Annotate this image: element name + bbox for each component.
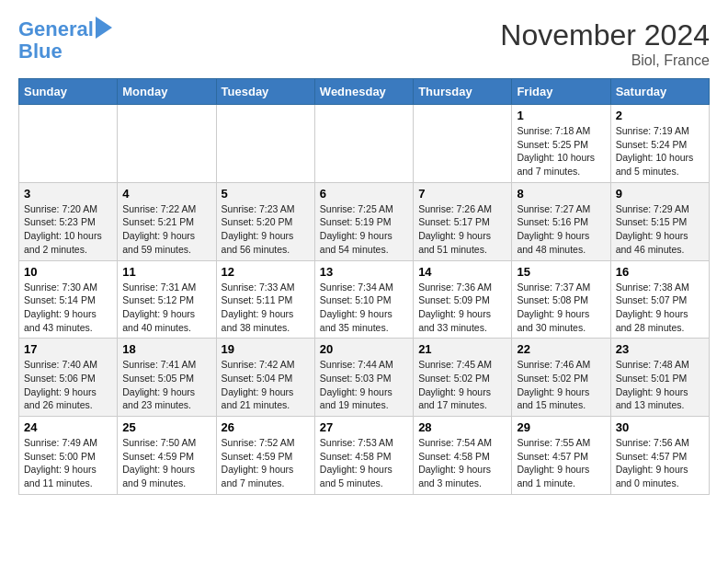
calendar-day-cell — [216, 105, 314, 183]
calendar-table: SundayMondayTuesdayWednesdayThursdayFrid… — [18, 78, 710, 495]
day-number: 25 — [122, 420, 210, 434]
day-info: Sunrise: 7:36 AMSunset: 5:09 PMDaylight:… — [418, 281, 506, 335]
calendar-day-cell: 27Sunrise: 7:53 AMSunset: 4:58 PMDayligh… — [314, 417, 413, 495]
day-info: Sunrise: 7:19 AMSunset: 5:24 PMDaylight:… — [616, 124, 704, 178]
calendar-day-cell: 26Sunrise: 7:52 AMSunset: 4:59 PMDayligh… — [216, 417, 314, 495]
day-info: Sunrise: 7:55 AMSunset: 4:57 PMDaylight:… — [517, 436, 605, 490]
day-info: Sunrise: 7:25 AMSunset: 5:19 PMDaylight:… — [320, 202, 408, 257]
calendar-day-cell: 19Sunrise: 7:42 AMSunset: 5:04 PMDayligh… — [216, 339, 314, 417]
weekday-header-cell: Sunday — [19, 79, 118, 105]
calendar-day-cell — [19, 105, 118, 183]
day-number: 7 — [418, 187, 506, 201]
day-number: 11 — [122, 265, 210, 279]
day-info: Sunrise: 7:56 AMSunset: 4:57 PMDaylight:… — [616, 436, 704, 490]
day-number: 14 — [418, 265, 506, 279]
calendar-week-row: 17Sunrise: 7:40 AMSunset: 5:06 PMDayligh… — [19, 339, 710, 417]
day-info: Sunrise: 7:46 AMSunset: 5:02 PMDaylight:… — [517, 358, 605, 412]
calendar-day-cell: 8Sunrise: 7:27 AMSunset: 5:16 PMDaylight… — [512, 182, 610, 260]
calendar-day-cell: 15Sunrise: 7:37 AMSunset: 5:08 PMDayligh… — [512, 260, 610, 339]
calendar-week-row: 24Sunrise: 7:49 AMSunset: 5:00 PMDayligh… — [19, 417, 710, 495]
day-number: 23 — [616, 342, 704, 356]
calendar-day-cell: 21Sunrise: 7:45 AMSunset: 5:02 PMDayligh… — [414, 339, 512, 417]
day-number: 1 — [517, 109, 605, 122]
calendar-day-cell: 22Sunrise: 7:46 AMSunset: 5:02 PMDayligh… — [512, 339, 610, 417]
day-info: Sunrise: 7:22 AMSunset: 5:21 PMDaylight:… — [122, 202, 210, 257]
calendar-day-cell: 24Sunrise: 7:49 AMSunset: 5:00 PMDayligh… — [19, 417, 118, 495]
calendar-day-cell: 5Sunrise: 7:23 AMSunset: 5:20 PMDaylight… — [216, 182, 314, 260]
calendar-day-cell: 3Sunrise: 7:20 AMSunset: 5:23 PMDaylight… — [19, 182, 118, 260]
day-info: Sunrise: 7:26 AMSunset: 5:17 PMDaylight:… — [418, 202, 506, 257]
day-number: 15 — [517, 265, 605, 279]
calendar-week-row: 1Sunrise: 7:18 AMSunset: 5:25 PMDaylight… — [19, 105, 710, 183]
day-number: 18 — [122, 342, 210, 356]
day-number: 9 — [616, 187, 704, 201]
calendar-week-row: 3Sunrise: 7:20 AMSunset: 5:23 PMDaylight… — [19, 182, 710, 260]
day-info: Sunrise: 7:38 AMSunset: 5:07 PMDaylight:… — [616, 281, 704, 335]
calendar-day-cell: 13Sunrise: 7:34 AMSunset: 5:10 PMDayligh… — [314, 260, 413, 339]
day-info: Sunrise: 7:42 AMSunset: 5:04 PMDaylight:… — [222, 358, 310, 412]
day-info: Sunrise: 7:53 AMSunset: 4:58 PMDaylight:… — [320, 436, 408, 490]
logo: General Blue — [18, 18, 112, 63]
day-info: Sunrise: 7:45 AMSunset: 5:02 PMDaylight:… — [418, 358, 506, 412]
day-info: Sunrise: 7:40 AMSunset: 5:06 PMDaylight:… — [24, 358, 112, 412]
day-info: Sunrise: 7:18 AMSunset: 5:25 PMDaylight:… — [517, 124, 605, 178]
month-title: November 2024 — [500, 18, 710, 52]
calendar-day-cell: 29Sunrise: 7:55 AMSunset: 4:57 PMDayligh… — [512, 417, 610, 495]
day-number: 17 — [24, 342, 112, 356]
location-title: Biol, France — [500, 52, 710, 69]
day-number: 16 — [616, 265, 704, 279]
calendar-day-cell: 11Sunrise: 7:31 AMSunset: 5:12 PMDayligh… — [118, 260, 216, 339]
day-number: 2 — [616, 109, 704, 122]
day-info: Sunrise: 7:29 AMSunset: 5:15 PMDaylight:… — [616, 202, 704, 257]
day-info: Sunrise: 7:34 AMSunset: 5:10 PMDaylight:… — [320, 281, 408, 335]
weekday-header-cell: Thursday — [414, 79, 512, 105]
calendar-day-cell: 9Sunrise: 7:29 AMSunset: 5:15 PMDaylight… — [610, 182, 709, 260]
day-number: 10 — [24, 265, 112, 279]
day-info: Sunrise: 7:31 AMSunset: 5:12 PMDaylight:… — [122, 281, 210, 335]
calendar-body: 1Sunrise: 7:18 AMSunset: 5:25 PMDaylight… — [19, 105, 710, 495]
calendar-day-cell: 2Sunrise: 7:19 AMSunset: 5:24 PMDaylight… — [610, 105, 709, 183]
logo-text: General — [18, 18, 94, 40]
calendar-week-row: 10Sunrise: 7:30 AMSunset: 5:14 PMDayligh… — [19, 260, 710, 339]
calendar-day-cell: 1Sunrise: 7:18 AMSunset: 5:25 PMDaylight… — [512, 105, 610, 183]
day-number: 5 — [222, 187, 310, 201]
page-header: General Blue November 2024 Biol, France — [18, 18, 710, 69]
day-number: 30 — [616, 420, 704, 434]
calendar-day-cell: 28Sunrise: 7:54 AMSunset: 4:58 PMDayligh… — [414, 417, 512, 495]
calendar-day-cell: 10Sunrise: 7:30 AMSunset: 5:14 PMDayligh… — [19, 260, 118, 339]
day-info: Sunrise: 7:37 AMSunset: 5:08 PMDaylight:… — [517, 281, 605, 335]
day-info: Sunrise: 7:41 AMSunset: 5:05 PMDaylight:… — [122, 358, 210, 412]
day-info: Sunrise: 7:52 AMSunset: 4:59 PMDaylight:… — [222, 436, 310, 490]
day-number: 6 — [320, 187, 408, 201]
day-number: 28 — [418, 420, 506, 434]
day-number: 3 — [24, 187, 112, 201]
calendar-day-cell: 14Sunrise: 7:36 AMSunset: 5:09 PMDayligh… — [414, 260, 512, 339]
day-number: 24 — [24, 420, 112, 434]
day-number: 21 — [418, 342, 506, 356]
day-number: 8 — [517, 187, 605, 201]
day-number: 13 — [320, 265, 408, 279]
day-info: Sunrise: 7:54 AMSunset: 4:58 PMDaylight:… — [418, 436, 506, 490]
day-number: 26 — [222, 420, 310, 434]
calendar-day-cell: 16Sunrise: 7:38 AMSunset: 5:07 PMDayligh… — [610, 260, 709, 339]
calendar-day-cell — [314, 105, 413, 183]
calendar-day-cell: 30Sunrise: 7:56 AMSunset: 4:57 PMDayligh… — [610, 417, 709, 495]
day-number: 22 — [517, 342, 605, 356]
day-number: 20 — [320, 342, 408, 356]
calendar-day-cell: 18Sunrise: 7:41 AMSunset: 5:05 PMDayligh… — [118, 339, 216, 417]
day-number: 19 — [222, 342, 310, 356]
title-area: November 2024 Biol, France — [500, 18, 710, 69]
weekday-header-cell: Wednesday — [314, 79, 413, 105]
day-info: Sunrise: 7:49 AMSunset: 5:00 PMDaylight:… — [24, 436, 112, 490]
day-info: Sunrise: 7:23 AMSunset: 5:20 PMDaylight:… — [222, 202, 310, 257]
weekday-header-cell: Monday — [118, 79, 216, 105]
calendar-day-cell — [118, 105, 216, 183]
weekday-header-cell: Tuesday — [216, 79, 314, 105]
calendar-day-cell: 17Sunrise: 7:40 AMSunset: 5:06 PMDayligh… — [19, 339, 118, 417]
day-info: Sunrise: 7:30 AMSunset: 5:14 PMDaylight:… — [24, 281, 112, 335]
day-info: Sunrise: 7:48 AMSunset: 5:01 PMDaylight:… — [616, 358, 704, 412]
weekday-header-cell: Friday — [512, 79, 610, 105]
day-info: Sunrise: 7:50 AMSunset: 4:59 PMDaylight:… — [122, 436, 210, 490]
day-number: 12 — [222, 265, 310, 279]
calendar-day-cell: 6Sunrise: 7:25 AMSunset: 5:19 PMDaylight… — [314, 182, 413, 260]
